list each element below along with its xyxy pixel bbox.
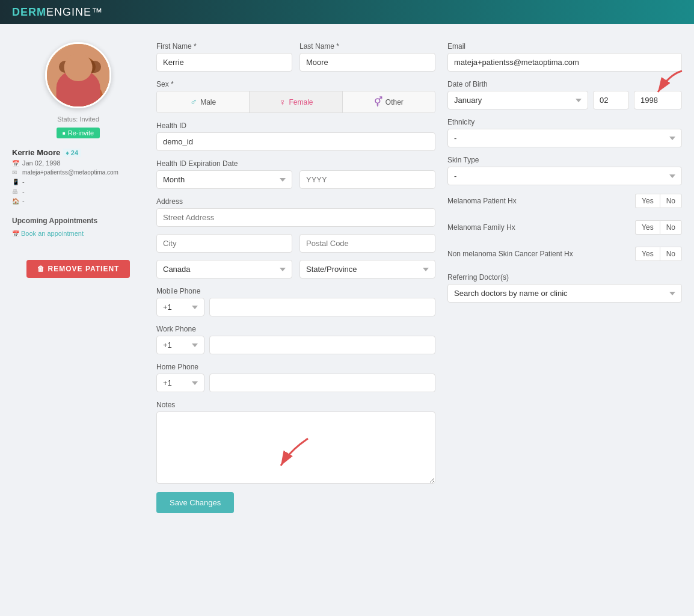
state-select[interactable]: State/Province [299, 260, 435, 279]
sex-other-button[interactable]: ⚥ Other [343, 91, 435, 112]
dob-month-select[interactable]: January [447, 91, 588, 109]
work-phone-row: +1 [156, 336, 435, 354]
dob-row: 📅 Jan 02, 1998 [12, 159, 144, 167]
first-name-input[interactable] [156, 53, 292, 72]
health-id-exp-year-input[interactable] [299, 170, 435, 189]
country-state-row: Canada State/Province [156, 260, 435, 279]
street-address-input[interactable] [156, 208, 435, 227]
dob-year-input[interactable] [634, 91, 682, 109]
melanoma-patient-no[interactable]: No [660, 194, 682, 208]
mobile-phone-group: Mobile Phone +1 [156, 287, 435, 316]
sex-label: Sex * [156, 80, 435, 88]
last-name-input[interactable] [299, 53, 435, 72]
phone-icon: 📱 [12, 179, 19, 185]
health-id-input[interactable] [156, 132, 435, 151]
address-row: 🏠 - [12, 197, 144, 205]
svg-point-0 [47, 44, 109, 106]
melanoma-patient-yes[interactable]: Yes [635, 194, 660, 208]
skin-type-group: Skin Type - [447, 156, 682, 185]
health-id-exp-label: Health ID Expiration Date [156, 159, 435, 168]
page-body: Status: Invited Re-invite Kerrie Moore ♦… [0, 24, 694, 531]
last-name-label: Last Name * [299, 42, 435, 51]
health-id-exp-row: Month [156, 170, 435, 189]
city-postal-row [156, 234, 435, 253]
svg-point-5 [68, 76, 92, 102]
dob-group: Date of Birth January [447, 80, 682, 109]
book-appointment-link[interactable]: Book an appointment [12, 230, 84, 237]
home-code-select[interactable]: +1 [156, 374, 204, 392]
work-phone-input[interactable] [209, 336, 435, 354]
last-name-group: Last Name * [299, 42, 435, 72]
male-icon: ♂ [190, 97, 197, 108]
non-melanoma-label: Non melanoma Skin Cancer Patient Hx [447, 250, 573, 258]
melanoma-patient-yn: Yes No [635, 194, 682, 208]
skin-type-select[interactable]: - [447, 167, 682, 185]
top-navbar: DERMENGINE™ [0, 0, 694, 24]
non-melanoma-no[interactable]: No [660, 247, 682, 261]
work-code-select[interactable]: +1 [156, 336, 204, 354]
health-id-exp-group: Health ID Expiration Date Month [156, 159, 435, 189]
ethnicity-group: Ethnicity - [447, 118, 682, 147]
mobile-code-select[interactable]: +1 [156, 298, 204, 316]
melanoma-family-no[interactable]: No [660, 220, 682, 235]
avatar [45, 42, 111, 108]
mobile-phone-row: +1 [156, 298, 435, 316]
age-badge: ♦ 24 [63, 149, 81, 157]
ethnicity-select[interactable]: - [447, 129, 682, 147]
melanoma-family-yn: Yes No [635, 220, 682, 235]
home-phone-input[interactable] [209, 374, 435, 392]
status-text: Status: Invited [57, 116, 99, 123]
city-input[interactable] [156, 234, 292, 253]
country-select[interactable]: Canada [156, 260, 292, 279]
email-label: Email [447, 42, 682, 51]
patient-name: Kerrie Moore ♦ 24 [12, 148, 144, 157]
notes-label: Notes [156, 401, 435, 409]
sex-female-button[interactable]: ♀ Female [250, 91, 342, 112]
save-changes-button[interactable]: Save Changes [156, 492, 234, 513]
email-icon: ✉ [12, 169, 19, 176]
phone-row: 📱 - [12, 178, 144, 185]
remove-patient-button[interactable]: REMOVE PATIENT [26, 260, 131, 278]
reinvite-button[interactable]: Re-invite [57, 128, 100, 138]
melanoma-patient-label: Melanoma Patient Hx [447, 197, 517, 205]
calendar-icon: 📅 [12, 160, 19, 167]
avatar-svg [47, 44, 109, 106]
work-phone-label: Work Phone [156, 325, 435, 333]
fax-row: 🖷 - [12, 188, 144, 195]
mobile-phone-input[interactable] [209, 298, 435, 316]
non-melanoma-yes[interactable]: Yes [635, 247, 660, 261]
melanoma-family-yes[interactable]: Yes [635, 220, 660, 235]
svg-point-1 [67, 56, 93, 86]
sex-group: Sex * ♂ Male ♀ Female ⚥ Other [156, 80, 435, 113]
health-id-label: Health ID [156, 122, 435, 130]
logo-part1: DERM [12, 6, 46, 18]
notes-textarea[interactable] [156, 411, 435, 484]
email-group: Email [447, 42, 682, 72]
female-icon: ♀ [278, 97, 286, 108]
dob-row-inputs: January [447, 91, 682, 109]
health-id-exp-month-select[interactable]: Month [156, 170, 292, 189]
home-phone-group: Home Phone +1 [156, 363, 435, 392]
svg-point-2 [64, 56, 96, 78]
first-name-group: First Name * [156, 42, 292, 72]
fax-icon: 🖷 [12, 188, 19, 195]
postal-input[interactable] [299, 234, 435, 253]
melanoma-family-row: Melanoma Family Hx Yes No [447, 220, 682, 235]
sex-male-button[interactable]: ♂ Male [157, 91, 250, 112]
form-right-col: Email Date of Birth January [447, 42, 682, 513]
address-group: Address Canada State/Province [156, 197, 435, 279]
dob-day-input[interactable] [593, 91, 629, 109]
home-phone-label: Home Phone [156, 363, 435, 371]
sex-female-label: Female [289, 98, 313, 106]
form-left-col: First Name * Last Name * Sex * ♂ Male [156, 42, 435, 513]
sex-male-label: Male [200, 98, 216, 106]
other-icon: ⚥ [374, 96, 382, 108]
referring-group: Referring Doctor(s) Search doctors by na… [447, 273, 682, 303]
non-melanoma-yn: Yes No [635, 247, 682, 261]
home-phone-row: +1 [156, 374, 435, 392]
form-area: First Name * Last Name * Sex * ♂ Male [156, 42, 682, 513]
email-input[interactable] [447, 53, 682, 72]
referring-select[interactable]: Search doctors by name or clinic [447, 284, 682, 303]
upcoming-label: Upcoming Appointments [12, 217, 97, 225]
address-label: Address [156, 197, 435, 206]
